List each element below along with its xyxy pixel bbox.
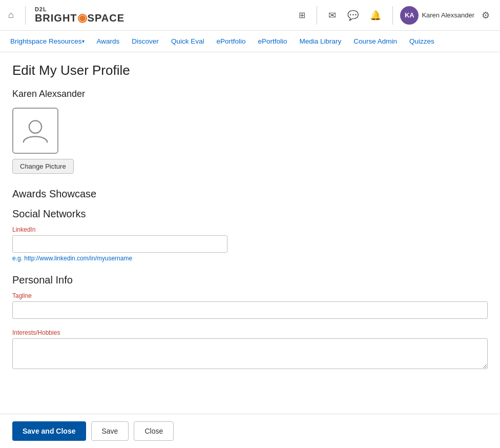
interests-label: Interests/Hobbies [12, 329, 488, 336]
grid-icon-button[interactable]: ⊞ [295, 6, 309, 24]
header: ⌂ D2L BRIGHT◉SPACE ⊞ ✉ 💬 🔔 KA Karen Alex… [0, 0, 500, 31]
tagline-input[interactable] [12, 301, 488, 319]
nav-item-eportfolio-2[interactable]: ePortfolio [252, 31, 293, 52]
tagline-label: Tagline [12, 292, 488, 299]
main-content: Edit My User Profile Karen Alexsander Ch… [0, 52, 500, 422]
page-title: Edit My User Profile [12, 63, 488, 78]
linkedin-input[interactable] [12, 235, 227, 253]
interests-group: Interests/Hobbies [12, 329, 488, 371]
save-and-close-button[interactable]: Save and Close [12, 421, 86, 441]
social-networks-title: Social Networks [12, 206, 488, 220]
tagline-group: Tagline [12, 292, 488, 319]
logo-brightspace: BRIGHT◉SPACE [35, 12, 124, 24]
home-icon[interactable]: ⌂ [6, 8, 16, 23]
nav-item-discover[interactable]: Discover [126, 31, 165, 52]
nav-item-brightspace-resources[interactable]: Brightspace Resources [4, 31, 91, 52]
linkedin-group: LinkedIn e.g. http://www.linkedin.com/in… [12, 226, 488, 262]
awards-showcase-title: Awards Showcase [12, 186, 488, 200]
nav-item-media-library[interactable]: Media Library [294, 31, 348, 52]
save-button[interactable]: Save [91, 421, 129, 441]
chat-icon-button[interactable]: 💬 [343, 6, 363, 25]
header-right: ⊞ ✉ 💬 🔔 KA Karen Alexsander ⚙ [295, 6, 494, 25]
nav-item-course-admin[interactable]: Course Admin [347, 31, 403, 52]
linkedin-label: LinkedIn [12, 226, 488, 233]
logo-dot: ◉ [77, 12, 88, 24]
footer-buttons: Save and Close Save Close [0, 414, 500, 448]
personal-info-title: Personal Info [12, 272, 488, 286]
user-name-display: Karen Alexsander [12, 89, 488, 99]
linkedin-hint: e.g. http://www.linkedin.com/in/myuserna… [12, 255, 488, 262]
header-divider [25, 6, 26, 25]
interests-textarea[interactable] [12, 338, 488, 369]
notification-icon-button[interactable]: 🔔 [366, 6, 385, 25]
logo: D2L BRIGHT◉SPACE [35, 7, 124, 24]
avatar-button[interactable]: KA [400, 6, 419, 25]
settings-icon-button[interactable]: ⚙ [477, 6, 494, 25]
mail-icon-button[interactable]: ✉ [324, 6, 340, 25]
nav-item-eportfolio-1[interactable]: ePortfolio [210, 31, 252, 52]
header-left: ⌂ D2L BRIGHT◉SPACE [6, 6, 124, 25]
nav-item-quizzes[interactable]: Quizzes [403, 31, 441, 52]
header-right-divider [317, 6, 317, 25]
avatar-icon [21, 116, 50, 145]
username-label[interactable]: Karen Alexsander [422, 11, 474, 19]
nav-bar: Brightspace Resources Awards Discover Qu… [0, 31, 500, 52]
avatar-placeholder [12, 108, 58, 154]
close-button[interactable]: Close [134, 421, 174, 441]
nav-item-awards[interactable]: Awards [91, 31, 126, 52]
change-picture-button[interactable]: Change Picture [12, 159, 74, 174]
nav-item-quick-eval[interactable]: Quick Eval [165, 31, 211, 52]
header-right-divider2 [392, 6, 393, 25]
svg-point-0 [29, 120, 41, 133]
